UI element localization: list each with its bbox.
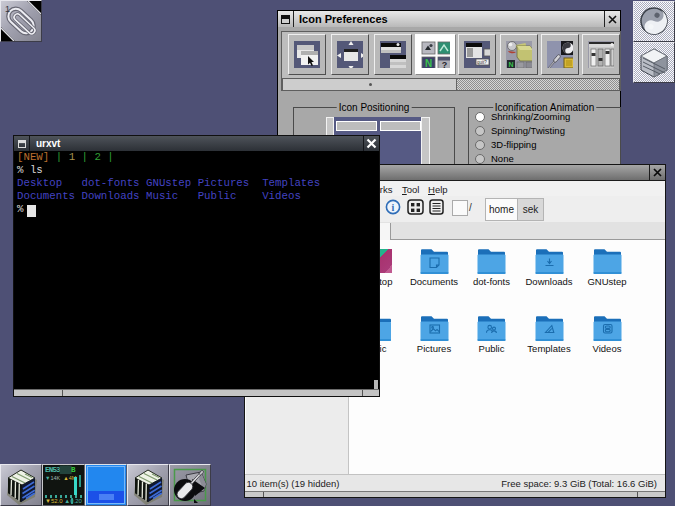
svg-text:quit?: quit? (477, 60, 487, 65)
svg-text:N: N (508, 61, 513, 68)
svg-text:N: N (425, 58, 432, 68)
svg-text:i: i (392, 202, 395, 213)
svg-text:?: ? (442, 60, 448, 68)
svg-text:1: 1 (5, 4, 10, 14)
